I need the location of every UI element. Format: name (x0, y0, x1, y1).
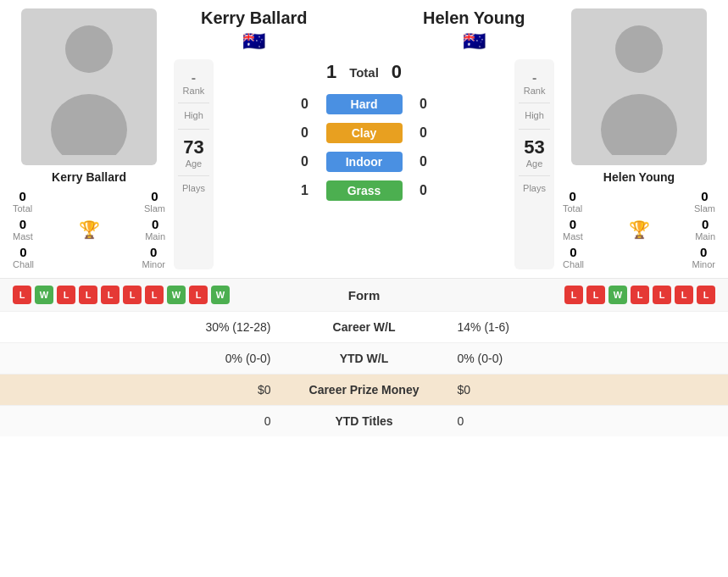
left-minor-val: 0 (142, 245, 165, 259)
career-wl-row: 30% (12-28) Career W/L 14% (1-6) (0, 311, 728, 342)
form-label: Form (331, 288, 398, 302)
svg-point-0 (65, 25, 113, 73)
total-label: Total (349, 65, 379, 80)
career-wl-left: 30% (12-28) (13, 320, 288, 334)
right-mast-val: 0 (563, 217, 583, 231)
left-flag: 🇦🇺 (242, 31, 265, 53)
form-section: LWLLLLLWLW Form LLWLLLL (0, 278, 728, 311)
player-header: Kerry Ballard 🇦🇺 Helen Young 🇦🇺 (174, 8, 554, 53)
left-trophy-icon: 🏆 (79, 219, 100, 240)
right-mast-label: Mast (563, 231, 583, 241)
right-trophy-icon: 🏆 (629, 219, 650, 240)
right-minor-label: Minor (692, 259, 715, 269)
indoor-row: 0 Indoor 0 (222, 149, 506, 175)
career-wl-right: 14% (1-6) (441, 320, 716, 334)
svg-point-1 (51, 94, 127, 155)
left-high-block: High (178, 103, 209, 130)
grass-row: 1 Grass 0 (222, 178, 506, 203)
players-section: Kerry Ballard 0 Total 0 Slam 0 Mast 🏆 (0, 0, 728, 278)
ytd-wl-label: YTD W/L (288, 352, 441, 365)
right-form-badge-3: L (631, 286, 649, 304)
center-section: Kerry Ballard 🇦🇺 Helen Young 🇦🇺 - Rank (174, 8, 554, 269)
right-flag: 🇦🇺 (463, 31, 486, 53)
left-rank-dash: - (192, 70, 196, 86)
indoor-right: 0 (415, 154, 432, 169)
right-player-name: Helen Young (603, 170, 675, 184)
left-total-label: Total (13, 203, 32, 214)
right-main-val: 0 (695, 217, 715, 231)
left-rank-block: - Rank (178, 64, 209, 103)
left-main-val: 0 (145, 217, 165, 231)
clay-left: 0 (297, 125, 314, 141)
hard-row: 0 Hard 0 (222, 92, 506, 117)
right-rank-block: - Rank (519, 64, 550, 103)
left-form-badge-3: L (79, 286, 97, 304)
right-high-block: High (519, 103, 550, 130)
right-header: Helen Young 🇦🇺 (398, 8, 551, 53)
left-rank-label: Rank (183, 86, 205, 96)
main-container: Kerry Ballard 0 Total 0 Slam 0 Mast 🏆 (0, 0, 728, 436)
left-form-badge-4: L (101, 286, 119, 304)
titles-label: YTD Titles (288, 414, 441, 428)
left-player-name: Kerry Ballard (52, 170, 126, 184)
right-form-badge-1: L (586, 286, 605, 304)
left-form-badge-5: L (123, 286, 142, 304)
clay-right: 0 (415, 125, 432, 141)
left-form-badge-7: W (167, 286, 186, 304)
right-form-badge-5: L (675, 286, 693, 304)
clay-row: 0 Clay 0 (222, 120, 506, 146)
left-form-badge-6: L (145, 286, 164, 304)
stats-vs-section: - Rank High 73 Age Plays (174, 59, 554, 269)
right-avatar (571, 8, 707, 165)
right-form-badge-4: L (653, 286, 671, 304)
right-plays-label: Plays (523, 183, 546, 193)
right-form-badge-0: L (564, 286, 583, 304)
right-slam-label: Slam (694, 203, 715, 214)
left-slam-val: 0 (144, 189, 165, 203)
left-avatar (21, 8, 157, 165)
right-stat-card: - Rank High 53 Age Plays (514, 59, 554, 269)
prize-right: $0 (441, 383, 716, 397)
titles-row: 0 YTD Titles 0 (0, 405, 728, 436)
left-form-badge-1: W (35, 286, 53, 304)
left-age-block: 73 Age (178, 130, 209, 176)
left-stat-card: - Rank High 73 Age Plays (174, 59, 214, 269)
right-age-block: 53 Age (519, 130, 550, 176)
left-chall-label: Chall (13, 259, 34, 269)
ytd-wl-left: 0% (0-0) (13, 352, 288, 365)
left-name-header: Kerry Ballard (201, 8, 308, 28)
right-total-label: Total (563, 203, 582, 214)
hard-badge: Hard (326, 94, 403, 114)
right-rank-label: Rank (524, 86, 546, 96)
left-mast-val: 0 (13, 217, 33, 231)
clay-badge: Clay (326, 123, 403, 143)
vs-section: 1 Total 0 0 Hard 0 0 Clay 0 (222, 59, 506, 269)
svg-point-3 (601, 94, 677, 155)
ytd-wl-right: 0% (0-0) (441, 352, 716, 365)
left-age-val: 73 (183, 136, 203, 158)
titles-left: 0 (13, 414, 288, 428)
ytd-wl-row: 0% (0-0) YTD W/L 0% (0-0) (0, 342, 728, 374)
left-total-val: 0 (13, 189, 32, 203)
hard-right: 0 (415, 97, 432, 112)
indoor-left: 0 (297, 154, 314, 169)
grass-badge: Grass (326, 180, 403, 201)
player-left: Kerry Ballard 0 Total 0 Slam 0 Mast 🏆 (13, 8, 165, 269)
prize-left: $0 (13, 383, 288, 397)
right-age-val: 53 (524, 136, 544, 158)
left-mast-label: Mast (13, 231, 33, 241)
left-header: Kerry Ballard 🇦🇺 (178, 8, 331, 53)
total-right: 0 (392, 61, 402, 83)
titles-right: 0 (441, 414, 716, 428)
right-rank-dash: - (532, 70, 536, 86)
left-form: LWLLLLLWLW (13, 286, 322, 304)
left-age-label: Age (186, 158, 203, 169)
prize-label: Career Prize Money (288, 383, 441, 397)
left-form-badge-8: L (189, 286, 208, 304)
indoor-badge: Indoor (326, 152, 403, 172)
right-high-label: High (525, 110, 544, 120)
grass-left: 1 (297, 183, 314, 198)
left-plays-label: Plays (182, 183, 205, 193)
svg-point-2 (615, 25, 663, 73)
right-main-label: Main (695, 231, 715, 241)
